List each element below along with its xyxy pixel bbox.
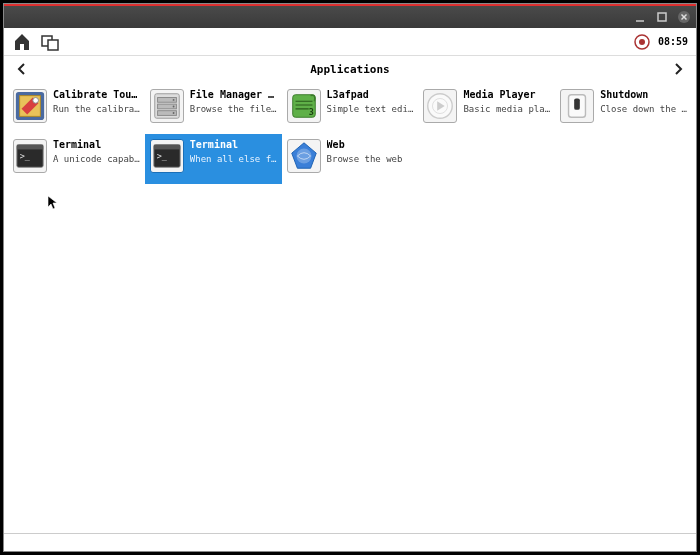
svg-text:>_: >_ bbox=[156, 151, 167, 161]
navigation-row: Applications bbox=[4, 56, 696, 82]
svg-point-11 bbox=[33, 98, 39, 104]
page-title: Applications bbox=[310, 63, 389, 76]
svg-point-31 bbox=[296, 148, 311, 163]
svg-point-18 bbox=[172, 112, 174, 114]
applications-grid: Calibrate Touch…Run the calibratio…File … bbox=[4, 82, 696, 186]
app-item-terminal-2[interactable]: >_TerminalWhen all else fails. bbox=[145, 134, 282, 184]
maximize-button[interactable] bbox=[654, 9, 670, 25]
app-desc-label: Run the calibratio… bbox=[53, 104, 140, 114]
app-desc-label: When all else fails. bbox=[190, 154, 277, 164]
app-item-file-manager[interactable]: File Manager PC…Browse the file sy… bbox=[145, 84, 282, 134]
leafpad-icon: 3 bbox=[287, 89, 321, 123]
app-name-label: Web bbox=[327, 139, 403, 150]
terminal-icon: >_ bbox=[13, 139, 47, 173]
app-name-label: L3afpad bbox=[327, 89, 414, 100]
app-text: Calibrate Touch…Run the calibratio… bbox=[53, 89, 140, 114]
toolbar: 08:59 bbox=[4, 28, 696, 56]
svg-rect-29 bbox=[154, 145, 180, 150]
forward-button[interactable] bbox=[670, 61, 686, 77]
app-desc-label: Close down the mac… bbox=[600, 104, 687, 114]
back-button[interactable] bbox=[14, 61, 30, 77]
clock: 08:59 bbox=[658, 36, 688, 47]
svg-point-17 bbox=[172, 106, 174, 108]
app-text: ShutdownClose down the mac… bbox=[600, 89, 687, 114]
web-icon bbox=[287, 139, 321, 173]
svg-rect-1 bbox=[658, 13, 666, 21]
app-desc-label: Browse the file sy… bbox=[190, 104, 277, 114]
close-button[interactable] bbox=[676, 9, 692, 25]
home-button[interactable] bbox=[12, 32, 32, 52]
app-name-label: Terminal bbox=[190, 139, 277, 150]
svg-text:>_: >_ bbox=[20, 151, 31, 161]
calibrate-icon bbox=[13, 89, 47, 123]
app-text: TerminalWhen all else fails. bbox=[190, 139, 277, 164]
svg-rect-26 bbox=[17, 145, 43, 150]
app-item-leafpad[interactable]: 3L3afpadSimple text editor bbox=[282, 84, 419, 134]
app-desc-label: Basic media player bbox=[463, 104, 550, 114]
application-window: 08:59 Applications Calibrate Touch…Run t… bbox=[3, 3, 697, 552]
file-manager-icon bbox=[150, 89, 184, 123]
window-switcher-button[interactable] bbox=[40, 32, 60, 52]
terminal-icon: >_ bbox=[150, 139, 184, 173]
app-item-calibrate-touch[interactable]: Calibrate Touch…Run the calibratio… bbox=[8, 84, 145, 134]
titlebar bbox=[4, 4, 696, 28]
app-name-label: Shutdown bbox=[600, 89, 687, 100]
app-item-shutdown[interactable]: ShutdownClose down the mac… bbox=[555, 84, 692, 134]
app-item-web[interactable]: WebBrowse the web bbox=[282, 134, 419, 184]
app-item-media-player[interactable]: Media PlayerBasic media player bbox=[418, 84, 555, 134]
app-item-terminal-1[interactable]: >_TerminalA unicode capable … bbox=[8, 134, 145, 184]
app-text: L3afpadSimple text editor bbox=[327, 89, 414, 114]
app-name-label: Calibrate Touch… bbox=[53, 89, 140, 100]
app-text: Media PlayerBasic media player bbox=[463, 89, 550, 114]
svg-rect-24 bbox=[574, 98, 580, 109]
svg-text:3: 3 bbox=[308, 107, 313, 117]
app-name-label: File Manager PC… bbox=[190, 89, 277, 100]
app-text: File Manager PC…Browse the file sy… bbox=[190, 89, 277, 114]
shutdown-icon bbox=[560, 89, 594, 123]
statusbar bbox=[4, 533, 696, 551]
notification-icon[interactable] bbox=[632, 32, 652, 52]
svg-point-16 bbox=[172, 99, 174, 101]
app-name-label: Terminal bbox=[53, 139, 140, 150]
minimize-button[interactable] bbox=[632, 9, 648, 25]
app-desc-label: Browse the web bbox=[327, 154, 403, 164]
app-desc-label: A unicode capable … bbox=[53, 154, 140, 164]
app-name-label: Media Player bbox=[463, 89, 550, 100]
app-text: TerminalA unicode capable … bbox=[53, 139, 140, 164]
app-desc-label: Simple text editor bbox=[327, 104, 414, 114]
media-player-icon bbox=[423, 89, 457, 123]
app-text: WebBrowse the web bbox=[327, 139, 403, 164]
svg-point-8 bbox=[639, 39, 645, 45]
svg-rect-6 bbox=[48, 40, 58, 50]
